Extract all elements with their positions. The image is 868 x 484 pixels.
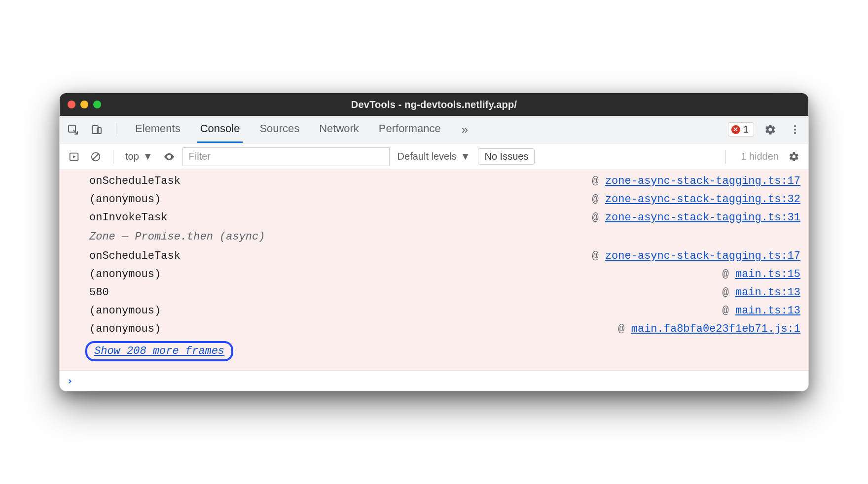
stack-frame: (anonymous) @ zone-async-stack-tagging.t… [60, 190, 808, 208]
tab-network[interactable]: Network [316, 116, 362, 143]
console-toolbar: top ▼ Default levels ▼ No Issues 1 hidde… [60, 143, 808, 170]
stack-frame-function: onScheduleTask [89, 250, 592, 262]
window-title: DevTools - ng-devtools.netlify.app/ [351, 99, 517, 110]
kebab-menu-icon[interactable] [787, 121, 803, 138]
separator [113, 150, 113, 164]
issues-button[interactable]: No Issues [478, 148, 535, 165]
error-icon: ✕ [731, 125, 740, 134]
stack-frame-function: (anonymous) [89, 268, 723, 280]
clear-console-icon[interactable] [87, 148, 104, 165]
svg-point-4 [794, 129, 796, 131]
svg-line-9 [93, 154, 99, 159]
stack-frame: onScheduleTask @ zone-async-stack-taggin… [60, 247, 808, 265]
stack-frame: onInvokeTask @ zone-async-stack-tagging.… [60, 208, 808, 227]
svg-marker-7 [73, 155, 76, 158]
stack-frame-function: (anonymous) [89, 323, 618, 335]
console-sidebar-toggle-icon[interactable] [66, 148, 82, 165]
chevron-down-icon: ▼ [461, 151, 470, 162]
chevron-down-icon: ▼ [143, 151, 153, 162]
stack-frame: 580 @ main.ts:13 [60, 283, 808, 302]
window-titlebar: DevTools - ng-devtools.netlify.app/ [60, 93, 808, 116]
async-boundary-label: Zone — Promise.then (async) [60, 227, 808, 247]
separator [116, 123, 116, 137]
tab-console[interactable]: Console [197, 116, 243, 143]
stack-frame-function: onScheduleTask [89, 175, 592, 187]
stack-frame-link[interactable]: zone-async-stack-tagging.ts:17 [605, 175, 800, 187]
error-count: 1 [743, 124, 749, 135]
inspect-element-icon[interactable] [65, 121, 81, 138]
stack-frame-function: onInvokeTask [89, 211, 592, 224]
stack-frame-link[interactable]: main.ts:13 [735, 305, 800, 317]
tab-elements[interactable]: Elements [132, 116, 183, 143]
hidden-messages-label: 1 hidden [741, 151, 779, 162]
show-more-frames-link[interactable]: Show 208 more frames [94, 345, 224, 357]
execution-context-select[interactable]: top ▼ [122, 150, 156, 163]
console-output: onScheduleTask @ zone-async-stack-taggin… [60, 170, 808, 370]
stack-frame-function: (anonymous) [89, 305, 723, 317]
stack-frame: (anonymous) @ main.fa8bfa0e23f1eb71.js:1 [60, 320, 808, 338]
tab-sources[interactable]: Sources [256, 116, 302, 143]
svg-point-3 [794, 125, 796, 127]
live-expression-icon[interactable] [161, 148, 178, 165]
window-zoom-button[interactable] [93, 101, 101, 108]
log-levels-select[interactable]: Default levels ▼ [395, 151, 473, 162]
device-toolbar-icon[interactable] [88, 121, 105, 138]
error-count-badge[interactable]: ✕ 1 [728, 122, 754, 137]
devtools-tabs: Elements Console Sources Network Perform… [132, 116, 472, 143]
show-more-frames-highlight: Show 208 more frames [85, 341, 233, 361]
window-close-button[interactable] [68, 101, 75, 108]
separator [725, 150, 726, 164]
stack-frame-link[interactable]: zone-async-stack-tagging.ts:17 [605, 250, 800, 262]
stack-frame-link[interactable]: main.fa8bfa0e23f1eb71.js:1 [631, 323, 800, 335]
settings-icon[interactable] [762, 121, 779, 138]
stack-frame-link[interactable]: main.ts:13 [735, 286, 800, 299]
stack-frame-link[interactable]: main.ts:15 [735, 268, 800, 280]
stack-frame-link[interactable]: zone-async-stack-tagging.ts:31 [605, 211, 800, 224]
stack-frame-function: (anonymous) [89, 193, 592, 206]
stack-frame: (anonymous) @ main.ts:13 [60, 302, 808, 320]
stack-frame-function: 580 [89, 286, 723, 299]
execution-context-label: top [125, 151, 139, 162]
devtools-tabs-row: Elements Console Sources Network Perform… [60, 116, 808, 143]
console-prompt[interactable]: › [60, 370, 808, 391]
tabs-overflow[interactable]: » [458, 116, 472, 143]
traffic-lights [68, 101, 101, 108]
prompt-chevron-icon: › [67, 375, 73, 387]
console-filter-input[interactable] [182, 147, 390, 166]
log-levels-label: Default levels [398, 151, 457, 162]
window-minimize-button[interactable] [80, 101, 88, 108]
stack-frame-link[interactable]: zone-async-stack-tagging.ts:32 [605, 193, 800, 206]
svg-point-10 [168, 156, 170, 158]
console-settings-icon[interactable] [786, 148, 802, 165]
stack-frame: (anonymous) @ main.ts:15 [60, 265, 808, 283]
stack-frame: onScheduleTask @ zone-async-stack-taggin… [60, 172, 808, 190]
tab-performance[interactable]: Performance [376, 116, 444, 143]
svg-point-5 [794, 132, 796, 134]
devtools-window: DevTools - ng-devtools.netlify.app/ [59, 93, 809, 391]
